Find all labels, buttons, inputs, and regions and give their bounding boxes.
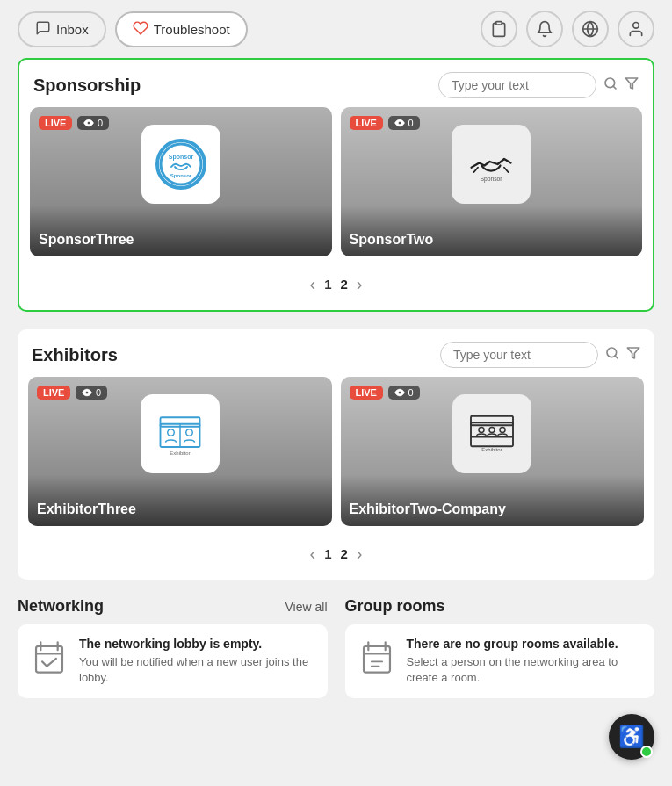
networking-title: Networking	[18, 597, 104, 616]
sponsorship-next-arrow[interactable]: ›	[357, 274, 363, 294]
sponsor-two-logo: Sponsor	[452, 125, 531, 204]
nav-right	[481, 11, 654, 47]
svg-point-27	[489, 428, 495, 433]
exhibitors-page-1[interactable]: 1	[324, 546, 331, 561]
sponsor-two-card[interactable]: Sponsor LIVE 0 SponsorTwo	[341, 107, 643, 256]
svg-point-20	[186, 429, 193, 436]
inbox-button[interactable]: Inbox	[18, 11, 106, 47]
exhibitor-three-card[interactable]: Exhibitor LIVE 0 ExhibitorThree	[28, 377, 332, 526]
networking-empty-title: The networking lobby is empty.	[79, 637, 315, 651]
heart-icon	[133, 20, 148, 39]
exhibitor-two-company-logo: Exhibitor	[452, 394, 531, 473]
sponsorship-page-2[interactable]: 2	[341, 277, 348, 292]
exhibitor-three-views-badge: 0	[76, 386, 107, 400]
svg-point-28	[500, 428, 505, 433]
exhibitors-header: Exhibitors	[18, 329, 654, 377]
sponsor-three-card[interactable]: Sponsor Sponsor LIVE 0 SponsorThree	[30, 107, 332, 256]
svg-text:Exhibitor: Exhibitor	[482, 447, 502, 452]
sponsor-three-label: SponsorThree	[30, 206, 332, 256]
exhibitor-two-company-live-badge: LIVE	[350, 386, 383, 400]
sponsorship-section: Sponsorship	[18, 58, 654, 312]
svg-text:Exhibitor: Exhibitor	[170, 451, 190, 456]
exhibitor-two-company-label: ExhibitorTwo-Company	[341, 475, 645, 526]
accessibility-button[interactable]: ♿	[609, 714, 654, 760]
exhibitor-two-company-views-badge: 0	[388, 386, 420, 400]
sponsor-three-logo: Sponsor Sponsor	[141, 125, 220, 204]
sponsor-two-live-badge: LIVE	[350, 116, 383, 130]
user-profile-button[interactable]	[618, 11, 654, 47]
clipboard-button[interactable]	[481, 11, 517, 47]
exhibitors-page-2[interactable]: 2	[341, 546, 348, 561]
sponsorship-cards-grid: Sponsor Sponsor LIVE 0 SponsorThree	[19, 107, 653, 267]
nav-left: Inbox Troubleshoot	[18, 11, 248, 47]
group-rooms-empty-title: There are no group rooms available.	[407, 637, 643, 651]
troubleshoot-label: Troubleshoot	[154, 22, 230, 37]
bottom-sections: Networking View all The networking lobby…	[18, 597, 654, 698]
sponsorship-title: Sponsorship	[33, 76, 141, 96]
sponsorship-page-1[interactable]: 1	[324, 277, 331, 292]
exhibitor-three-live-badge: LIVE	[37, 386, 70, 400]
exhibitors-next-arrow[interactable]: ›	[357, 544, 363, 564]
accessibility-green-dot	[640, 746, 653, 758]
sponsor-two-label: SponsorTwo	[341, 206, 643, 256]
exhibitors-cards-grid: Exhibitor LIVE 0 ExhibitorThree	[18, 377, 654, 537]
networking-empty-text: The networking lobby is empty. You will …	[79, 637, 315, 686]
sponsor-two-views-badge: 0	[388, 116, 420, 130]
group-rooms-empty-state: There are no group rooms available. Sele…	[345, 624, 655, 698]
networking-empty-state: The networking lobby is empty. You will …	[18, 624, 328, 698]
sponsorship-prev-arrow[interactable]: ‹	[309, 274, 315, 294]
exhibitors-filter-icon[interactable]	[626, 346, 640, 364]
exhibitor-three-label: ExhibitorThree	[28, 475, 332, 526]
chat-icon	[35, 20, 51, 39]
networking-section: Networking View all The networking lobby…	[18, 597, 328, 698]
sponsorship-search-icon[interactable]	[603, 76, 618, 94]
svg-rect-24	[471, 416, 513, 426]
exhibitors-section: Exhibitors	[18, 329, 654, 580]
svg-marker-6	[625, 78, 637, 89]
svg-point-22	[86, 392, 89, 394]
group-rooms-title: Group rooms	[345, 597, 445, 616]
bell-button[interactable]	[526, 11, 563, 47]
group-rooms-header: Group rooms	[345, 597, 655, 616]
svg-point-10	[88, 122, 90, 125]
sponsor-three-views-badge: 0	[77, 116, 109, 130]
svg-point-7	[161, 144, 201, 184]
svg-text:Sponsor: Sponsor	[169, 154, 194, 161]
exhibitors-prev-arrow[interactable]: ‹	[309, 544, 315, 564]
group-rooms-empty-icon	[358, 638, 396, 685]
svg-text:Sponsor: Sponsor	[481, 176, 503, 183]
svg-line-5	[613, 86, 616, 89]
troubleshoot-button[interactable]: Troubleshoot	[115, 11, 248, 47]
svg-point-30	[398, 392, 401, 394]
svg-point-12	[398, 122, 401, 125]
svg-point-26	[479, 428, 484, 433]
globe-button[interactable]	[572, 11, 609, 47]
sponsorship-filter-icon[interactable]	[625, 76, 639, 94]
inbox-label: Inbox	[56, 22, 89, 37]
group-rooms-empty-text: There are no group rooms available. Sele…	[407, 637, 643, 686]
exhibitor-two-company-card[interactable]: Exhibitor LIVE 0 ExhibitorTwo-Company	[341, 377, 645, 526]
svg-line-14	[615, 356, 618, 358]
exhibitors-search-input[interactable]	[440, 342, 598, 368]
top-nav: Inbox Troubleshoot	[0, 0, 672, 58]
svg-point-19	[168, 429, 175, 436]
group-rooms-empty-desc: Select a person on the networking area t…	[407, 654, 643, 686]
svg-marker-15	[627, 348, 639, 358]
exhibitors-pagination: ‹ 1 2 ›	[18, 537, 654, 580]
svg-text:Sponsor: Sponsor	[170, 173, 192, 178]
sponsorship-pagination: ‹ 1 2 ›	[19, 267, 653, 310]
networking-view-all[interactable]: View all	[285, 600, 328, 614]
exhibitors-title: Exhibitors	[32, 345, 118, 365]
exhibitors-search-area	[440, 342, 640, 368]
main-content: Sponsorship	[0, 58, 672, 716]
networking-empty-icon	[30, 638, 69, 685]
sponsorship-search-input[interactable]	[438, 72, 596, 98]
svg-rect-0	[496, 22, 502, 25]
sponsor-three-live-badge: LIVE	[39, 116, 72, 130]
group-rooms-section: Group rooms There are no group rooms ava…	[345, 597, 655, 698]
networking-empty-desc: You will be notified when a new user joi…	[79, 654, 315, 686]
svg-point-3	[633, 23, 639, 29]
sponsorship-search-area	[438, 72, 639, 98]
networking-header: Networking View all	[18, 597, 328, 616]
exhibitors-search-icon[interactable]	[605, 346, 619, 364]
